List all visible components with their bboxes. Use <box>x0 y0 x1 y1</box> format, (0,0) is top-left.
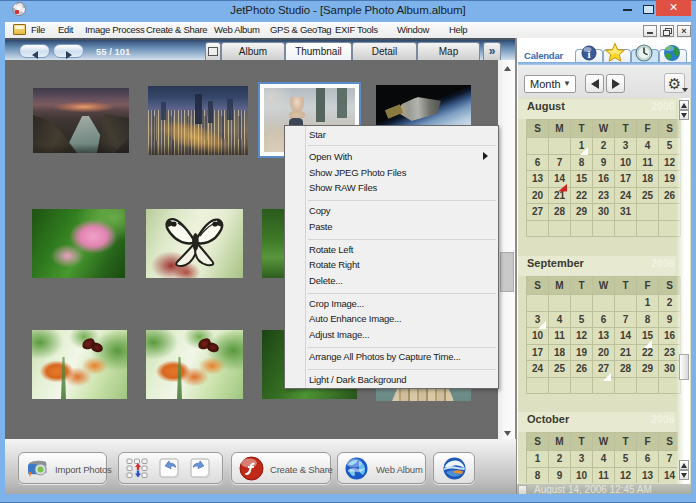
svg-text:i: i <box>587 48 590 60</box>
